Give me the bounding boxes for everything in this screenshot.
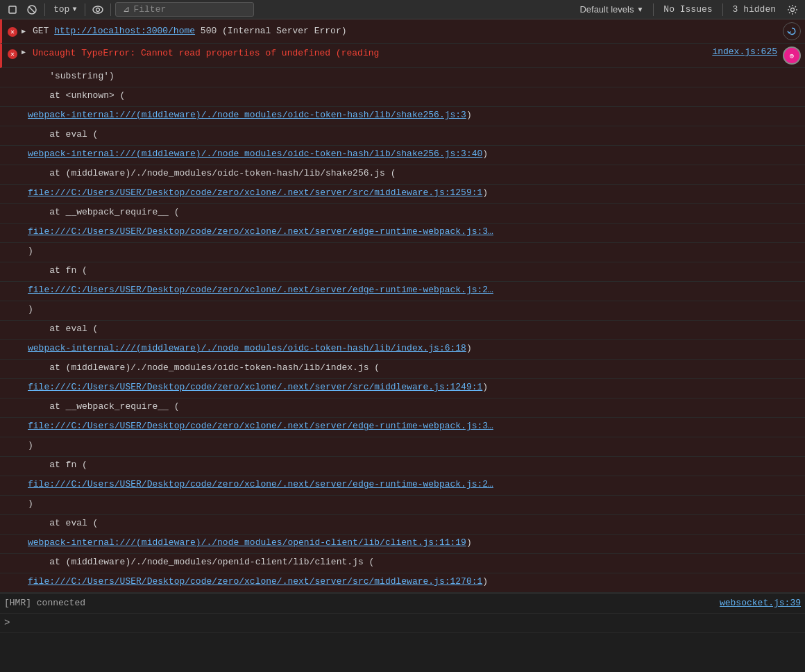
- stack-link-shake256-2[interactable]: webpack-internal:///(middleware)/./node_…: [28, 149, 482, 159]
- reload-icon[interactable]: [783, 22, 801, 40]
- typeerror-header-content: Uncaught TypeError: Cannot read properti…: [33, 47, 704, 60]
- stack-line-webpack-require-2: at __webpack_require__ (: [0, 398, 805, 418]
- stack-line-at-eval-2: at eval (: [0, 321, 805, 340]
- stack-text-15: at eval (: [28, 518, 98, 528]
- typeerror-file-ref[interactable]: index.js:625: [704, 47, 777, 57]
- stack-link-middleware-1259[interactable]: file:///C:/Users/USER/Desktop/code/zero/…: [28, 187, 482, 198]
- hmr-file-ref[interactable]: websocket.js:39: [711, 598, 801, 608]
- stack-line-at-fn-2: at fn (: [0, 457, 805, 476]
- divider-4: [653, 3, 654, 16]
- error-icon-get: ✕: [6, 26, 19, 38]
- user-icon[interactable]: ⊕: [783, 47, 801, 65]
- chevron-down-icon-levels: ▼: [636, 6, 643, 13]
- get-status: 500 (Internal Server Error): [195, 26, 346, 36]
- stack-text-14: ): [28, 498, 33, 509]
- get-method: GET: [33, 26, 54, 36]
- stack-line-webpack-require-1: at __webpack_require__ (: [0, 204, 805, 224]
- stack-line-edge-runtime-2: file:///C:/Users/USER/Desktop/code/zero/…: [0, 282, 805, 301]
- divider-5: [722, 3, 723, 16]
- stack-line-at-unknown: at <unknown> (: [0, 87, 805, 107]
- stack-text-11: at __webpack_require__ (: [28, 401, 179, 412]
- stack-text-4: at (middleware)/./node_modules/oidc-toke…: [28, 168, 396, 178]
- svg-point-4: [96, 8, 100, 11]
- stack-line-close-4: ): [0, 496, 805, 515]
- stack-line-shake256-3: at (middleware)/./node_modules/oidc-toke…: [0, 165, 805, 185]
- context-label: top: [53, 4, 69, 15]
- eye-icon[interactable]: [90, 1, 106, 18]
- prompt-symbol: >: [4, 617, 10, 628]
- stack-line-close-2: ): [0, 301, 805, 321]
- stack-line-client-lib: at (middleware)/./node_modules/openid-cl…: [0, 554, 805, 573]
- divider-3: [110, 3, 111, 16]
- stack-line-edge-runtime-3: file:///C:/Users/USER/Desktop/code/zero/…: [0, 418, 805, 437]
- stack-link-client-11[interactable]: webpack-internal:///(middleware)/./node_…: [28, 537, 466, 548]
- stack-line-edge-runtime-4: file:///C:/Users/USER/Desktop/code/zero/…: [0, 476, 805, 496]
- context-dropdown[interactable]: top ▼: [49, 3, 80, 16]
- divider-1: [44, 3, 45, 16]
- svg-line-2: [29, 6, 35, 12]
- stack-line-middleware-1259: file:///C:/Users/USER/Desktop/code/zero/…: [0, 185, 805, 204]
- get-url[interactable]: http://localhost:3000/home: [54, 26, 195, 36]
- stack-line-at-eval-3: at eval (: [0, 515, 805, 535]
- user-icon-label: ⊕: [790, 51, 795, 60]
- stack-line-substring: 'substring'): [0, 68, 805, 87]
- no-logs-icon[interactable]: [24, 1, 40, 18]
- hmr-text: [HMR] connected: [4, 596, 711, 610]
- filter-input[interactable]: ⊿ Filter: [115, 2, 254, 17]
- stack-text-16: at (middleware)/./node_modules/openid-cl…: [28, 557, 374, 567]
- stack-text-6: ): [28, 246, 33, 256]
- stack-line-index-lib: at (middleware)/./node_modules/oidc-toke…: [0, 360, 805, 379]
- settings-icon[interactable]: [784, 1, 801, 18]
- filter-icon: ⊿: [123, 4, 130, 15]
- toolbar: top ▼ ⊿ Filter Default levels ▼ No Issue…: [0, 0, 805, 19]
- stack-line-middleware-1249: file:///C:/Users/USER/Desktop/code/zero/…: [0, 379, 805, 398]
- typeerror-message: Uncaught TypeError: Cannot read properti…: [33, 48, 379, 58]
- stack-link-edge-runtime-1[interactable]: file:///C:/Users/USER/Desktop/code/zero/…: [28, 226, 493, 237]
- levels-label: Default levels: [579, 4, 634, 15]
- stack-text-10: at (middleware)/./node_modules/oidc-toke…: [28, 362, 380, 373]
- expand-arrow-get[interactable]: ▶: [22, 27, 31, 35]
- stack-text-7: at fn (: [28, 265, 87, 276]
- svg-rect-0: [9, 6, 16, 13]
- stack-line-at-eval-1: at eval (: [0, 126, 805, 146]
- console-row-hmr: [HMR] connected websocket.js:39: [0, 593, 805, 614]
- error-circle-2: ✕: [8, 49, 17, 59]
- stack-text-2: at <unknown> (: [28, 90, 125, 101]
- stack-line-middleware-1270: file:///C:/Users/USER/Desktop/code/zero/…: [0, 573, 805, 593]
- console-input[interactable]: [15, 618, 801, 628]
- stack-line-edge-runtime-1: file:///C:/Users/USER/Desktop/code/zero/…: [0, 224, 805, 243]
- stack-text-13: at fn (: [28, 460, 87, 470]
- expand-arrow-typeerror[interactable]: ▶: [22, 48, 31, 56]
- stack-link-edge-runtime-4[interactable]: file:///C:/Users/USER/Desktop/code/zero/…: [28, 479, 493, 489]
- stack-line-at-fn-1: at fn (: [0, 262, 805, 282]
- stack-text-8: ): [28, 304, 33, 314]
- console-row-typeerror-header: ✕ ▶ Uncaught TypeError: Cannot read prop…: [0, 44, 805, 68]
- levels-dropdown[interactable]: Default levels ▼: [574, 3, 649, 16]
- stack-text-5: at __webpack_require__ (: [28, 207, 179, 217]
- stack-text-12: ): [28, 440, 33, 451]
- stack-link-shake256-1[interactable]: webpack-internal:///(middleware)/./node_…: [28, 110, 466, 120]
- stack-link-middleware-1249[interactable]: file:///C:/Users/USER/Desktop/code/zero/…: [28, 382, 482, 392]
- stop-icon[interactable]: [4, 1, 21, 18]
- error-icon-typeerror: ✕: [6, 48, 19, 60]
- console-row-prompt[interactable]: >: [0, 614, 805, 633]
- svg-point-5: [791, 8, 795, 11]
- console-area: ✕ ▶ GET http://localhost:3000/home 500 (…: [0, 19, 805, 672]
- stack-line-index-6: webpack-internal:///(middleware)/./node_…: [0, 340, 805, 360]
- no-issues-label: No Issues: [658, 3, 718, 16]
- stack-line-shake256-1: webpack-internal:///(middleware)/./node_…: [0, 107, 805, 126]
- stack-text-9: at eval (: [28, 324, 98, 334]
- stack-line-close-1: ): [0, 243, 805, 262]
- filter-label: Filter: [133, 4, 166, 15]
- stack-line-client-11: webpack-internal:///(middleware)/./node_…: [0, 535, 805, 554]
- divider-2: [85, 3, 85, 16]
- chevron-down-icon: ▼: [72, 6, 76, 13]
- get-row-content: GET http://localhost:3000/home 500 (Inte…: [33, 24, 783, 38]
- svg-point-3: [93, 6, 103, 13]
- stack-link-middleware-1270[interactable]: file:///C:/Users/USER/Desktop/code/zero/…: [28, 576, 482, 587]
- stack-link-edge-runtime-3[interactable]: file:///C:/Users/USER/Desktop/code/zero/…: [28, 421, 493, 431]
- stack-line-shake256-2: webpack-internal:///(middleware)/./node_…: [0, 146, 805, 165]
- error-circle: ✕: [8, 27, 17, 37]
- stack-link-edge-runtime-2[interactable]: file:///C:/Users/USER/Desktop/code/zero/…: [28, 285, 493, 295]
- stack-link-index-6[interactable]: webpack-internal:///(middleware)/./node_…: [28, 343, 466, 353]
